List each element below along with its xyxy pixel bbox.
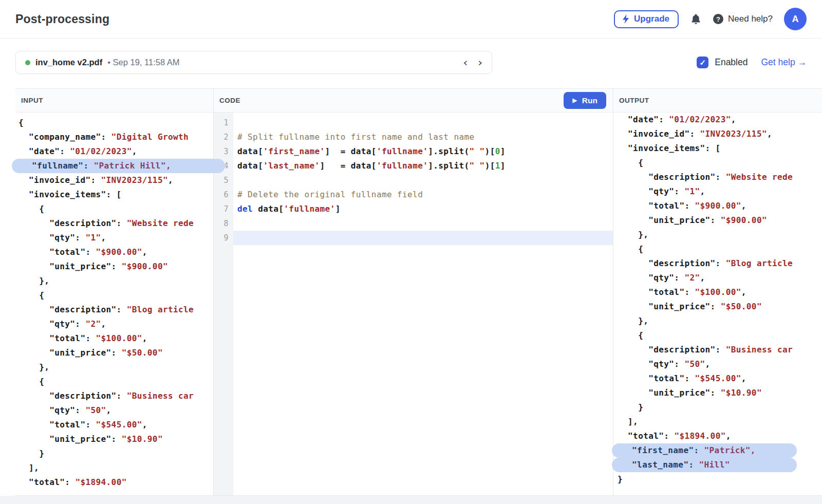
token-p: data[	[253, 204, 284, 214]
output-json-view[interactable]: "date": "01/02/2023", "invoice_id": "INV…	[613, 113, 822, 495]
input-json-view[interactable]: { "company_name": "Digital Growth "date"…	[15, 113, 213, 495]
get-help-link[interactable]: Get help →	[761, 57, 807, 68]
line-number: 8	[214, 216, 233, 231]
line-number: 9	[214, 231, 233, 245]
token-p: ]	[500, 146, 506, 156]
token-v: "50"	[684, 359, 705, 369]
token-p: {	[18, 118, 24, 127]
json-line: "description": "Business car	[618, 343, 822, 357]
token-v: "$900.00"	[122, 262, 168, 271]
token-p: "invoice_id":	[18, 175, 101, 185]
prev-file-chevron-icon[interactable]: ‹	[463, 58, 468, 68]
code-editor[interactable]: 123456789 # Split fullname into first na…	[214, 113, 613, 495]
json-line: "qty": "50",	[618, 357, 822, 371]
token-hv: "Hill"	[699, 460, 730, 470]
token-p: {	[618, 244, 643, 254]
token-hv: "Patrick Hill",	[94, 161, 171, 171]
next-file-chevron-icon[interactable]: ›	[478, 58, 482, 68]
token-p: ] = data[	[320, 161, 377, 171]
token-p: {	[18, 290, 44, 300]
token-v: "$50.00"	[721, 302, 762, 311]
token-p: ]	[500, 161, 506, 171]
code-line[interactable]	[233, 231, 613, 245]
json-line: "qty": "2",	[18, 317, 213, 331]
token-v: "$545.00"	[96, 420, 142, 430]
token-p: ].split(	[428, 161, 469, 171]
code-lines[interactable]: # Split fullname into first name and las…	[233, 113, 613, 495]
need-help-button[interactable]: ? Need help?	[713, 14, 773, 24]
enabled-toggle[interactable]: ✓ Enabled	[697, 57, 748, 68]
enabled-checkbox[interactable]: ✓	[697, 57, 708, 68]
code-panel: CODE ▶ Run 123456789 # Split fullname in…	[213, 89, 613, 495]
header-actions: Upgrade ? Need help? A	[614, 8, 807, 30]
json-line: {	[18, 202, 213, 216]
code-line[interactable]: del data['fullname']	[233, 202, 613, 216]
toolbar-right: ✓ Enabled Get help →	[697, 57, 807, 68]
code-line[interactable]: # Delete the original fullname field	[233, 188, 613, 202]
token-p: "qty":	[618, 359, 684, 369]
upgrade-button[interactable]: Upgrade	[614, 10, 679, 28]
token-p: "total":	[18, 420, 96, 430]
token-p: "date":	[618, 115, 669, 124]
token-p: {	[18, 377, 44, 386]
notification-bell-icon[interactable]	[690, 13, 702, 25]
json-line: "qty": "1",	[18, 231, 213, 245]
code-line[interactable]	[233, 216, 613, 231]
token-p: "total":	[618, 431, 674, 441]
token-p: "description":	[618, 345, 726, 354]
code-line[interactable]	[233, 173, 613, 188]
token-p: )[	[485, 146, 495, 156]
code-line[interactable]: # Split fullname into first name and las…	[233, 130, 613, 144]
avatar[interactable]: A	[784, 8, 807, 30]
token-p: "total":	[18, 477, 75, 487]
token-v: "01/02/2023"	[70, 146, 132, 156]
token-p: ,	[101, 233, 106, 242]
token-p: "total":	[618, 374, 695, 383]
code-line[interactable]: data['last_name'] = data['fullname'].spl…	[233, 159, 613, 173]
token-v: " "	[470, 161, 485, 171]
token-p: }	[18, 449, 44, 458]
highlighted-line: "fullname": "Patrick Hill",	[12, 159, 225, 173]
json-line: "unit_price": "$900.00"	[18, 259, 213, 274]
token-p: ],	[618, 417, 638, 426]
line-number: 1	[214, 116, 233, 130]
line-number: 5	[214, 173, 233, 188]
token-p: ]	[335, 204, 341, 214]
json-line: "total": "$545.00",	[18, 418, 213, 432]
json-line: "unit_price": "$10.90"	[18, 432, 213, 446]
token-p: ,	[731, 115, 736, 124]
json-line: ],	[18, 461, 213, 475]
json-line: "total": "$100.00",	[618, 285, 822, 300]
token-v: "2"	[684, 273, 700, 283]
token-p: "unit_price":	[18, 434, 122, 444]
token-p: "description":	[18, 218, 127, 228]
token-p: {	[18, 204, 44, 214]
token-hk: "fullname":	[22, 161, 94, 171]
code-line[interactable]	[233, 116, 613, 130]
token-p: "description":	[618, 258, 726, 268]
json-line: "total": "$900.00",	[18, 245, 213, 259]
token-p: "qty":	[618, 273, 684, 283]
token-v: "Business car	[127, 391, 194, 401]
token-v: "Business car	[726, 345, 793, 354]
highlighted-line: "last_name": "Hill"	[612, 458, 797, 472]
token-p: "qty":	[618, 186, 684, 196]
code-line[interactable]: data['first_name'] = data['fullname'].sp…	[233, 144, 613, 159]
file-selector[interactable]: inv_home v2.pdf • Sep 19, 11:58 AM ‹ ›	[15, 51, 492, 74]
run-button[interactable]: ▶ Run	[564, 92, 606, 109]
token-p: ,	[767, 129, 772, 139]
token-n: 0	[495, 146, 500, 156]
json-line: "total": "$1894.00",	[618, 429, 822, 443]
json-line: "date": "01/02/2023",	[618, 113, 822, 127]
code-panel-header: CODE ▶ Run	[214, 89, 613, 113]
token-p: data[	[237, 161, 263, 171]
line-number: 7	[214, 202, 233, 216]
highlighted-line: "first_name": "Patrick",	[612, 443, 797, 458]
json-line: "unit_price": "$50.00"	[618, 300, 822, 314]
checkmark-icon: ✓	[699, 58, 706, 67]
token-p: "description":	[18, 391, 127, 401]
json-line: {	[618, 328, 822, 343]
json-line: "qty": "50",	[18, 403, 213, 418]
token-v: "$900.00"	[695, 201, 741, 211]
input-panel-header: INPUT	[15, 89, 213, 113]
